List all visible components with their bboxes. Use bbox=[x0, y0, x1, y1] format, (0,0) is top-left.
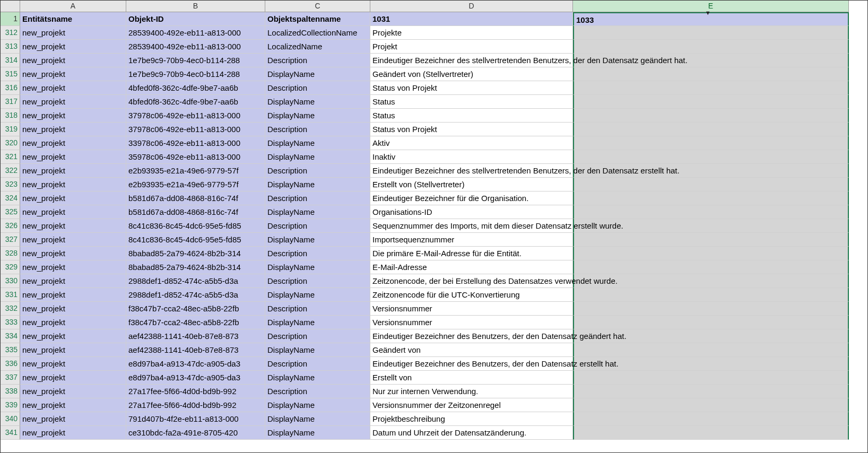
cell[interactable]: new_projekt bbox=[20, 233, 126, 247]
cell[interactable]: Eindeutiger Bezeichner des stellvertrete… bbox=[370, 54, 573, 67]
row-header[interactable]: 335 bbox=[1, 343, 20, 357]
cell[interactable] bbox=[573, 40, 849, 54]
cell[interactable]: DisplayName bbox=[265, 178, 370, 191]
cell[interactable]: Sequenznummer des Imports, mit dem diese… bbox=[370, 219, 573, 233]
cell[interactable]: b581d67a-dd08-4868-816c-74f bbox=[126, 191, 265, 205]
cell[interactable]: Nur zur internen Verwendung. bbox=[370, 385, 573, 398]
cell[interactable] bbox=[573, 150, 849, 164]
cell[interactable]: Status von Projekt bbox=[370, 123, 573, 136]
cell[interactable]: new_projekt bbox=[20, 329, 126, 343]
row-header[interactable]: 330 bbox=[1, 274, 20, 288]
cell[interactable]: Versionsnummer bbox=[370, 316, 573, 329]
cell[interactable]: new_projekt bbox=[20, 343, 126, 357]
cell[interactable]: new_projekt bbox=[20, 123, 126, 136]
cell[interactable]: new_projekt bbox=[20, 247, 126, 260]
row-header[interactable]: 333 bbox=[1, 316, 20, 329]
cell[interactable]: DisplayName bbox=[265, 260, 370, 274]
cell[interactable]: new_projekt bbox=[20, 67, 126, 81]
cell[interactable]: Description bbox=[265, 385, 370, 398]
row-header[interactable]: 313 bbox=[1, 40, 20, 54]
cell-header-C[interactable]: Objektspaltenname bbox=[265, 12, 370, 26]
cell[interactable] bbox=[573, 302, 849, 316]
cell[interactable]: Aktiv bbox=[370, 136, 573, 150]
cell[interactable]: Status bbox=[370, 109, 573, 123]
row-header[interactable]: 331 bbox=[1, 288, 20, 302]
cell[interactable]: DisplayName bbox=[265, 412, 370, 426]
cell[interactable]: new_projekt bbox=[20, 164, 126, 178]
row-header[interactable]: 316 bbox=[1, 81, 20, 95]
col-header-C[interactable]: C bbox=[265, 1, 370, 12]
cell[interactable] bbox=[573, 205, 849, 219]
cell[interactable]: DisplayName bbox=[265, 343, 370, 357]
cell[interactable] bbox=[573, 288, 849, 302]
row-header[interactable]: 321 bbox=[1, 150, 20, 164]
cell[interactable]: Versionsnummer der Zeitzonenregel bbox=[370, 398, 573, 412]
cell[interactable] bbox=[573, 316, 849, 329]
cell[interactable]: 27a17fee-5f66-4d0d-bd9b-992 bbox=[126, 385, 265, 398]
cell[interactable]: 4bfed0f8-362c-4dfe-9be7-aa6b bbox=[126, 81, 265, 95]
row-header[interactable]: 319 bbox=[1, 123, 20, 136]
cell[interactable] bbox=[573, 398, 849, 412]
cell[interactable] bbox=[573, 67, 849, 81]
cell[interactable]: DisplayName bbox=[265, 371, 370, 385]
cell[interactable] bbox=[573, 26, 849, 40]
cell[interactable] bbox=[573, 178, 849, 191]
row-header[interactable]: 324 bbox=[1, 191, 20, 205]
cell[interactable]: LocalizedName bbox=[265, 40, 370, 54]
col-header-D[interactable]: D bbox=[370, 1, 573, 12]
cell[interactable]: DisplayName bbox=[265, 67, 370, 81]
cell[interactable]: LocalizedCollectionName bbox=[265, 26, 370, 40]
cell[interactable]: Eindeutiger Bezeichner für die Organisat… bbox=[370, 191, 573, 205]
cell[interactable]: Description bbox=[265, 274, 370, 288]
cell[interactable]: new_projekt bbox=[20, 26, 126, 40]
cell[interactable]: e8d97ba4-a913-47dc-a905-da3 bbox=[126, 357, 265, 371]
cell[interactable]: 35978c06-492e-eb11-a813-000 bbox=[126, 150, 265, 164]
cell[interactable] bbox=[573, 95, 849, 109]
cell[interactable]: Description bbox=[265, 164, 370, 178]
cell[interactable]: DisplayName bbox=[265, 136, 370, 150]
cell[interactable]: new_projekt bbox=[20, 205, 126, 219]
cell[interactable]: Projekt bbox=[370, 40, 573, 54]
cell[interactable]: Organisations-ID bbox=[370, 205, 573, 219]
select-all-corner[interactable] bbox=[1, 1, 20, 12]
cell[interactable]: 2988def1-d852-474c-a5b5-d3a bbox=[126, 288, 265, 302]
cell[interactable]: new_projekt bbox=[20, 54, 126, 67]
cell[interactable]: 4bfed0f8-362c-4dfe-9be7-aa6b bbox=[126, 95, 265, 109]
cell[interactable]: new_projekt bbox=[20, 288, 126, 302]
cell-header-D[interactable]: 1031 bbox=[370, 12, 573, 26]
cell[interactable] bbox=[573, 191, 849, 205]
cell[interactable]: new_projekt bbox=[20, 412, 126, 426]
col-header-B[interactable]: B bbox=[126, 1, 265, 12]
cell[interactable]: new_projekt bbox=[20, 426, 126, 440]
cell[interactable]: new_projekt bbox=[20, 357, 126, 371]
cell[interactable]: new_projekt bbox=[20, 40, 126, 54]
cell[interactable]: Description bbox=[265, 191, 370, 205]
cell[interactable]: Zeitzonencode für die UTC-Konvertierung bbox=[370, 288, 573, 302]
cell[interactable]: Geändert von bbox=[370, 343, 573, 357]
cell[interactable]: aef42388-1141-40eb-87e8-873 bbox=[126, 343, 265, 357]
cell[interactable]: Importsequenznummer bbox=[370, 233, 573, 247]
cell[interactable]: new_projekt bbox=[20, 219, 126, 233]
cell[interactable] bbox=[573, 385, 849, 398]
cell[interactable]: Erstellt von bbox=[370, 371, 573, 385]
cell[interactable] bbox=[573, 123, 849, 136]
cell[interactable]: 37978c06-492e-eb11-a813-000 bbox=[126, 123, 265, 136]
cell[interactable]: new_projekt bbox=[20, 150, 126, 164]
cell[interactable]: Projekte bbox=[370, 26, 573, 40]
cell[interactable]: 28539400-492e-eb11-a813-000 bbox=[126, 40, 265, 54]
row-header[interactable]: 336 bbox=[1, 357, 20, 371]
cell[interactable]: new_projekt bbox=[20, 191, 126, 205]
row-header[interactable]: 314 bbox=[1, 54, 20, 67]
cell[interactable]: e2b93935-e21a-49e6-9779-57f bbox=[126, 178, 265, 191]
cell[interactable]: 8babad85-2a79-4624-8b2b-314 bbox=[126, 260, 265, 274]
cell[interactable]: 8c41c836-8c45-4dc6-95e5-fd85 bbox=[126, 219, 265, 233]
cell[interactable]: Projektbeschreibung bbox=[370, 412, 573, 426]
cell[interactable]: Description bbox=[265, 219, 370, 233]
row-header[interactable]: 1 bbox=[1, 12, 20, 26]
cell[interactable]: 8babad85-2a79-4624-8b2b-314 bbox=[126, 247, 265, 260]
cell[interactable]: new_projekt bbox=[20, 316, 126, 329]
cell[interactable]: DisplayName bbox=[265, 288, 370, 302]
row-header[interactable]: 318 bbox=[1, 109, 20, 123]
cell[interactable]: Status bbox=[370, 95, 573, 109]
cell[interactable]: f38c47b7-cca2-48ec-a5b8-22fb bbox=[126, 316, 265, 329]
